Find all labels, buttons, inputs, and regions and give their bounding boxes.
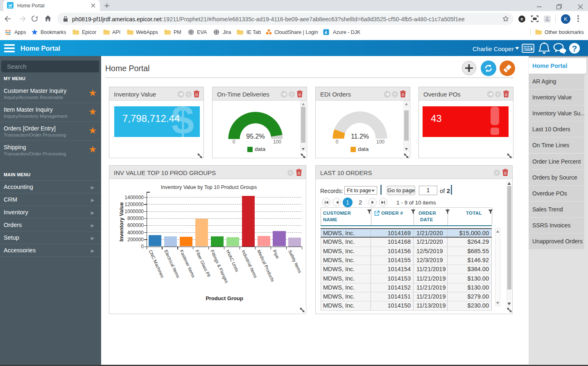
- svg-text:e: e: [520, 16, 523, 21]
